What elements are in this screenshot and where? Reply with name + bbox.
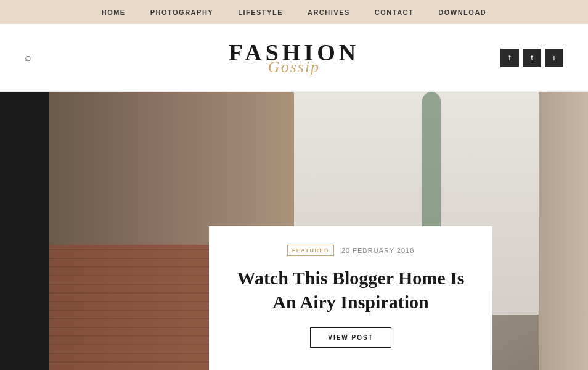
nav-item-lifestyle[interactable]: LIFESTYLE [238,9,283,16]
featured-title: Watch This Blogger Home Is An Airy Inspi… [231,266,470,314]
site-logo[interactable]: FASHION Gossip [229,41,359,75]
hero-left-panel [0,92,49,370]
twitter-icon: t [531,53,533,62]
hero-section: FEATURED 20 FEBRUARY 2018 Watch This Blo… [0,92,588,370]
twitter-button[interactable]: t [523,49,541,67]
nav-item-archives[interactable]: ARCHIVES [308,9,350,16]
instagram-icon: i [553,53,555,62]
instagram-button[interactable]: i [545,49,563,67]
top-navigation: HOME PHOTOGRAPHY LIFESTYLE ARCHIVES CONT… [0,0,588,24]
nav-item-download[interactable]: DOWNLOAD [438,9,486,16]
nav-item-photography[interactable]: PHOTOGRAPHY [150,9,213,16]
site-header: ⌕ FASHION Gossip f t i [0,24,588,92]
featured-meta: FEATURED 20 FEBRUARY 2018 [231,245,470,256]
view-post-button[interactable]: VIEW POST [310,327,391,348]
search-icon[interactable]: ⌕ [25,51,31,64]
hero-right-panel [539,92,588,370]
social-buttons: f t i [500,49,563,67]
featured-badge: FEATURED [287,245,334,256]
featured-card: FEATURED 20 FEBRUARY 2018 Watch This Blo… [209,226,492,370]
facebook-button[interactable]: f [500,49,519,67]
header-left: ⌕ [25,51,31,64]
nav-item-home[interactable]: HOME [102,9,126,16]
nav-item-contact[interactable]: CONTACT [375,9,414,16]
featured-date: 20 FEBRUARY 2018 [341,247,414,254]
facebook-icon: f [508,53,511,62]
